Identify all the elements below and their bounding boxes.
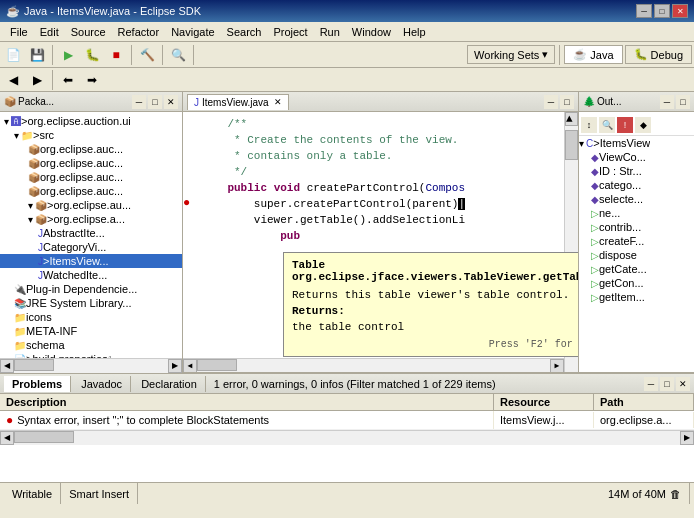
menu-refactor[interactable]: Refactor bbox=[112, 24, 166, 40]
problem-row-1[interactable]: ● Syntax error, insert ";" to complete B… bbox=[0, 411, 694, 430]
tree-item-schema[interactable]: 📁 schema bbox=[0, 338, 182, 352]
editor-content-area[interactable]: ● /** * Create the contents of the view.… bbox=[183, 112, 578, 372]
tree-item-pkg6[interactable]: ▾ 📦 >org.eclipse.a... bbox=[0, 212, 182, 226]
column-description[interactable]: Description bbox=[0, 394, 494, 410]
tab-problems[interactable]: Problems bbox=[4, 376, 71, 392]
maximize-editor-button[interactable]: □ bbox=[560, 95, 574, 109]
tree-item-meta-inf[interactable]: 📁 META-INF bbox=[0, 324, 182, 338]
hscroll-left-arrow[interactable]: ◀ bbox=[183, 359, 197, 373]
maximize-view-button[interactable]: □ bbox=[148, 95, 162, 109]
tree-item-jre[interactable]: 📚 JRE System Library... bbox=[0, 296, 182, 310]
outline-collapse-button[interactable]: ◆ bbox=[635, 117, 651, 133]
tree-item-pkg5[interactable]: ▾ 📦 >org.eclipse.au... bbox=[0, 198, 182, 212]
build-button[interactable]: 🔨 bbox=[136, 44, 158, 66]
tree-item-icons[interactable]: 📁 icons bbox=[0, 310, 182, 324]
outline-item-selecte[interactable]: ◆ selecte... bbox=[579, 192, 694, 206]
menu-edit[interactable]: Edit bbox=[34, 24, 65, 40]
maximize-problems-button[interactable]: □ bbox=[660, 377, 674, 391]
debug-perspective-label: Debug bbox=[651, 49, 683, 61]
garbage-collect-icon[interactable]: 🗑 bbox=[670, 488, 681, 500]
tab-javadoc[interactable]: Javadoc bbox=[73, 376, 131, 392]
search-toolbar-button[interactable]: 🔍 bbox=[167, 44, 189, 66]
scroll-thumb[interactable] bbox=[14, 359, 54, 371]
outline-item-ne[interactable]: ▷ ne... bbox=[579, 206, 694, 220]
debug-button[interactable]: 🐛 bbox=[81, 44, 103, 66]
scroll-track[interactable] bbox=[14, 359, 168, 373]
outline-sort-button[interactable]: ↕ bbox=[581, 117, 597, 133]
problems-hscroll[interactable]: ◀ ▶ bbox=[0, 430, 694, 444]
tree-item-root[interactable]: ▾ 🅰 >org.eclipse.auction.ui bbox=[0, 114, 182, 128]
tree-item-watchedite[interactable]: J WatchedIte... bbox=[0, 268, 182, 282]
prev-edit-button[interactable]: ⬅ bbox=[57, 69, 79, 91]
minimize-button[interactable]: ─ bbox=[636, 4, 652, 18]
tree-item-abstract[interactable]: J AbstractIte... bbox=[0, 226, 182, 240]
minimize-view-button[interactable]: ─ bbox=[132, 95, 146, 109]
minimize-problems-button[interactable]: ─ bbox=[644, 377, 658, 391]
close-problems-button[interactable]: ✕ bbox=[676, 377, 690, 391]
tab-declaration[interactable]: Declaration bbox=[133, 376, 206, 392]
hscroll-right-arrow[interactable]: ▶ bbox=[550, 359, 564, 373]
hscroll-track[interactable] bbox=[197, 359, 550, 373]
outline-item-itemsview[interactable]: ▾ C >ItemsView bbox=[579, 136, 694, 150]
tree-item-pkg4[interactable]: 📦 org.eclipse.auc... bbox=[0, 184, 182, 198]
outline-filter-button[interactable]: 🔍 bbox=[599, 117, 615, 133]
maximize-button[interactable]: □ bbox=[654, 4, 670, 18]
editor-tab-itemsview[interactable]: J ItemsView.java ✕ bbox=[187, 94, 289, 110]
menu-window[interactable]: Window bbox=[346, 24, 397, 40]
outline-item-dispose[interactable]: ▷ dispose bbox=[579, 248, 694, 262]
tree-item-pkg3[interactable]: 📦 org.eclipse.auc... bbox=[0, 170, 182, 184]
outline-item-id[interactable]: ◆ ID : Str... bbox=[579, 164, 694, 178]
scroll-right-arrow[interactable]: ▶ bbox=[168, 359, 182, 373]
outline-item-getcon[interactable]: ▷ getCon... bbox=[579, 276, 694, 290]
close-button[interactable]: ✕ bbox=[672, 4, 688, 18]
debug-perspective-button[interactable]: 🐛 Debug bbox=[625, 45, 692, 64]
outline-item-getitem[interactable]: ▷ getItem... bbox=[579, 290, 694, 304]
hscroll-thumb[interactable] bbox=[197, 359, 237, 371]
working-sets-button[interactable]: Working Sets ▾ bbox=[467, 45, 555, 64]
problems-scroll-track[interactable] bbox=[14, 431, 680, 445]
problems-scroll-right[interactable]: ▶ bbox=[680, 431, 694, 445]
next-edit-button[interactable]: ➡ bbox=[81, 69, 103, 91]
tree-item-categoryvi[interactable]: J CategoryVi... bbox=[0, 240, 182, 254]
menu-help[interactable]: Help bbox=[397, 24, 432, 40]
outline-item-viewco[interactable]: ◆ ViewCo... bbox=[579, 150, 694, 164]
scroll-up-arrow[interactable]: ▲ bbox=[565, 112, 578, 126]
minimize-outline-button[interactable]: ─ bbox=[660, 95, 674, 109]
column-path[interactable]: Path bbox=[594, 394, 694, 410]
menu-navigate[interactable]: Navigate bbox=[165, 24, 220, 40]
new-button[interactable]: 📄 bbox=[2, 44, 24, 66]
outline-item-getcate[interactable]: ▷ getCate... bbox=[579, 262, 694, 276]
tree-item-pkg1[interactable]: 📦 org.eclipse.auc... bbox=[0, 142, 182, 156]
menu-run[interactable]: Run bbox=[314, 24, 346, 40]
stop-button[interactable]: ■ bbox=[105, 44, 127, 66]
outline-item-createf[interactable]: ▷ createF... bbox=[579, 234, 694, 248]
menu-project[interactable]: Project bbox=[267, 24, 313, 40]
menu-search[interactable]: Search bbox=[221, 24, 268, 40]
tree-item-pkg2[interactable]: 📦 org.eclipse.auc... bbox=[0, 156, 182, 170]
tree-item-plugin-dep[interactable]: 🔌 Plug-in Dependencie... bbox=[0, 282, 182, 296]
outline-item-catego[interactable]: ◆ catego... bbox=[579, 178, 694, 192]
editor-horizontal-scrollbar[interactable]: ◀ ▶ bbox=[183, 358, 564, 372]
close-view-button[interactable]: ✕ bbox=[164, 95, 178, 109]
scroll-left-arrow[interactable]: ◀ bbox=[0, 359, 14, 373]
problems-scroll-left[interactable]: ◀ bbox=[0, 431, 14, 445]
column-resource[interactable]: Resource bbox=[494, 394, 594, 410]
save-button[interactable]: 💾 bbox=[26, 44, 48, 66]
minimize-editor-button[interactable]: ─ bbox=[544, 95, 558, 109]
tree-item-itemsview[interactable]: J >ItemsView... bbox=[0, 254, 182, 268]
java-perspective-button[interactable]: ☕ Java bbox=[564, 45, 622, 64]
maximize-outline-button[interactable]: □ bbox=[676, 95, 690, 109]
forward-button[interactable]: ▶ bbox=[26, 69, 48, 91]
left-panel-hscroll[interactable]: ◀ ▶ bbox=[0, 358, 182, 372]
java-icon: ☕ bbox=[573, 48, 587, 61]
menu-file[interactable]: File bbox=[4, 24, 34, 40]
outline-item-contrib[interactable]: ▷ contrib... bbox=[579, 220, 694, 234]
error-row-icon: ● bbox=[6, 413, 13, 427]
run-button[interactable]: ▶ bbox=[57, 44, 79, 66]
scroll-thumb[interactable] bbox=[565, 130, 578, 160]
back-button[interactable]: ◀ bbox=[2, 69, 24, 91]
tree-item-src[interactable]: ▾ 📁 >src bbox=[0, 128, 182, 142]
problems-scroll-thumb[interactable] bbox=[14, 431, 74, 443]
close-tab-button[interactable]: ✕ bbox=[274, 97, 282, 107]
menu-source[interactable]: Source bbox=[65, 24, 112, 40]
